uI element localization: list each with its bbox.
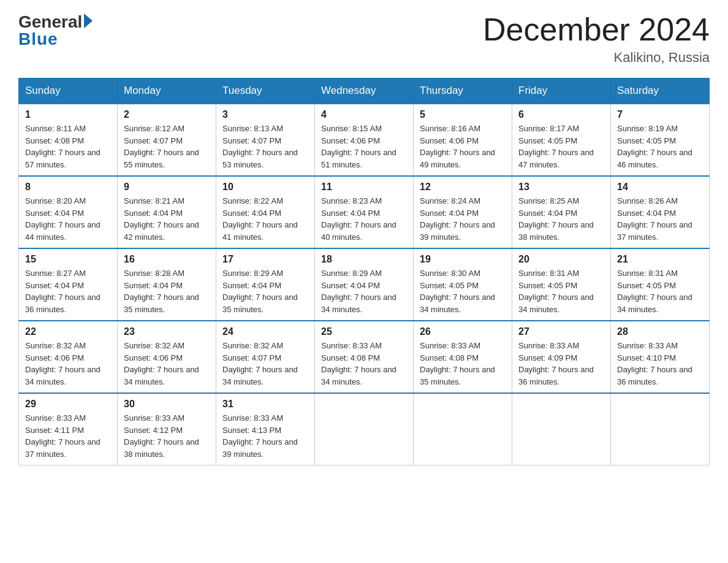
day-info: Sunrise: 8:24 AMSunset: 4:04 PMDaylight:…: [420, 195, 506, 243]
calendar-header-row: Sunday Monday Tuesday Wednesday Thursday…: [19, 79, 710, 104]
header-friday: Friday: [512, 79, 611, 104]
day-number: 29: [25, 399, 111, 410]
calendar-subtitle: Kalikino, Russia: [483, 50, 710, 66]
calendar-cell: 11 Sunrise: 8:23 AMSunset: 4:04 PMDaylig…: [315, 176, 414, 248]
calendar-cell: 31 Sunrise: 8:33 AMSunset: 4:13 PMDaylig…: [216, 393, 315, 465]
calendar-title: December 2024: [483, 12, 710, 47]
calendar-cell: 29 Sunrise: 8:33 AMSunset: 4:11 PMDaylig…: [19, 393, 118, 465]
calendar-row: 15 Sunrise: 8:27 AMSunset: 4:04 PMDaylig…: [19, 248, 710, 321]
calendar-cell: 26 Sunrise: 8:33 AMSunset: 4:08 PMDaylig…: [414, 321, 512, 393]
day-info: Sunrise: 8:16 AMSunset: 4:06 PMDaylight:…: [420, 123, 506, 170]
header-monday: Monday: [118, 79, 216, 104]
calendar-row: 1 Sunrise: 8:11 AMSunset: 4:08 PMDayligh…: [19, 104, 710, 176]
day-number: 2: [124, 109, 210, 120]
day-number: 31: [222, 399, 308, 410]
day-number: 26: [420, 326, 506, 337]
calendar-cell: 23 Sunrise: 8:32 AMSunset: 4:06 PMDaylig…: [118, 321, 216, 393]
day-number: 27: [518, 326, 604, 337]
day-info: Sunrise: 8:33 AMSunset: 4:12 PMDaylight:…: [124, 412, 210, 460]
day-number: 3: [222, 109, 308, 120]
day-info: Sunrise: 8:27 AMSunset: 4:04 PMDaylight:…: [25, 267, 111, 315]
day-number: 4: [321, 109, 407, 120]
day-number: 25: [321, 326, 407, 337]
calendar-cell: 20 Sunrise: 8:31 AMSunset: 4:05 PMDaylig…: [512, 248, 611, 321]
calendar-cell: 1 Sunrise: 8:11 AMSunset: 4:08 PMDayligh…: [19, 104, 118, 176]
header-tuesday: Tuesday: [216, 79, 315, 104]
day-info: Sunrise: 8:31 AMSunset: 4:05 PMDaylight:…: [518, 267, 604, 315]
calendar-cell: 6 Sunrise: 8:17 AMSunset: 4:05 PMDayligh…: [512, 104, 611, 176]
header-sunday: Sunday: [19, 79, 118, 104]
day-info: Sunrise: 8:33 AMSunset: 4:08 PMDaylight:…: [420, 340, 506, 388]
day-info: Sunrise: 8:12 AMSunset: 4:07 PMDaylight:…: [124, 123, 210, 170]
calendar-cell: [611, 393, 710, 465]
header-thursday: Thursday: [414, 79, 512, 104]
day-number: 17: [222, 254, 308, 265]
calendar-cell: 7 Sunrise: 8:19 AMSunset: 4:05 PMDayligh…: [611, 104, 710, 176]
calendar-row: 8 Sunrise: 8:20 AMSunset: 4:04 PMDayligh…: [19, 176, 710, 248]
calendar-cell: 22 Sunrise: 8:32 AMSunset: 4:06 PMDaylig…: [19, 321, 118, 393]
day-info: Sunrise: 8:19 AMSunset: 4:05 PMDaylight:…: [617, 123, 703, 170]
day-number: 12: [420, 182, 506, 193]
day-info: Sunrise: 8:25 AMSunset: 4:04 PMDaylight:…: [518, 195, 604, 243]
day-info: Sunrise: 8:17 AMSunset: 4:05 PMDaylight:…: [518, 123, 604, 170]
calendar-cell: 10 Sunrise: 8:22 AMSunset: 4:04 PMDaylig…: [216, 176, 315, 248]
day-info: Sunrise: 8:31 AMSunset: 4:05 PMDaylight:…: [617, 267, 703, 315]
header-wednesday: Wednesday: [315, 79, 414, 104]
day-info: Sunrise: 8:32 AMSunset: 4:07 PMDaylight:…: [222, 340, 308, 388]
day-number: 22: [25, 326, 111, 337]
day-info: Sunrise: 8:32 AMSunset: 4:06 PMDaylight:…: [25, 340, 111, 388]
day-info: Sunrise: 8:22 AMSunset: 4:04 PMDaylight:…: [222, 195, 308, 243]
day-info: Sunrise: 8:29 AMSunset: 4:04 PMDaylight:…: [321, 267, 407, 315]
logo: General Blue: [18, 12, 93, 49]
calendar-cell: 24 Sunrise: 8:32 AMSunset: 4:07 PMDaylig…: [216, 321, 315, 393]
calendar-cell: 27 Sunrise: 8:33 AMSunset: 4:09 PMDaylig…: [512, 321, 611, 393]
day-number: 9: [124, 182, 210, 193]
day-info: Sunrise: 8:30 AMSunset: 4:05 PMDaylight:…: [420, 267, 506, 315]
day-info: Sunrise: 8:33 AMSunset: 4:10 PMDaylight:…: [617, 340, 703, 388]
day-number: 28: [617, 326, 703, 337]
logo-triangle-icon: [84, 13, 93, 28]
header-saturday: Saturday: [611, 79, 710, 104]
day-number: 6: [518, 109, 604, 120]
day-info: Sunrise: 8:26 AMSunset: 4:04 PMDaylight:…: [617, 195, 703, 243]
day-info: Sunrise: 8:33 AMSunset: 4:11 PMDaylight:…: [25, 412, 111, 460]
logo-blue-text: Blue: [18, 29, 58, 49]
calendar-cell: 19 Sunrise: 8:30 AMSunset: 4:05 PMDaylig…: [414, 248, 512, 321]
calendar-cell: 18 Sunrise: 8:29 AMSunset: 4:04 PMDaylig…: [315, 248, 414, 321]
day-info: Sunrise: 8:33 AMSunset: 4:09 PMDaylight:…: [518, 340, 604, 388]
day-info: Sunrise: 8:33 AMSunset: 4:08 PMDaylight:…: [321, 340, 407, 388]
calendar-table: Sunday Monday Tuesday Wednesday Thursday…: [18, 78, 710, 465]
day-info: Sunrise: 8:13 AMSunset: 4:07 PMDaylight:…: [222, 123, 308, 170]
day-number: 15: [25, 254, 111, 265]
calendar-cell: [512, 393, 611, 465]
calendar-row: 22 Sunrise: 8:32 AMSunset: 4:06 PMDaylig…: [19, 321, 710, 393]
day-number: 14: [617, 182, 703, 193]
day-info: Sunrise: 8:20 AMSunset: 4:04 PMDaylight:…: [25, 195, 111, 243]
day-number: 11: [321, 182, 407, 193]
day-number: 20: [518, 254, 604, 265]
calendar-cell: 16 Sunrise: 8:28 AMSunset: 4:04 PMDaylig…: [118, 248, 216, 321]
calendar-cell: 2 Sunrise: 8:12 AMSunset: 4:07 PMDayligh…: [118, 104, 216, 176]
day-number: 5: [420, 109, 506, 120]
day-info: Sunrise: 8:11 AMSunset: 4:08 PMDaylight:…: [25, 123, 111, 170]
day-number: 30: [124, 399, 210, 410]
day-info: Sunrise: 8:29 AMSunset: 4:04 PMDaylight:…: [222, 267, 308, 315]
calendar-cell: 30 Sunrise: 8:33 AMSunset: 4:12 PMDaylig…: [118, 393, 216, 465]
calendar-cell: 21 Sunrise: 8:31 AMSunset: 4:05 PMDaylig…: [611, 248, 710, 321]
calendar-cell: 9 Sunrise: 8:21 AMSunset: 4:04 PMDayligh…: [118, 176, 216, 248]
calendar-cell: [315, 393, 414, 465]
day-number: 18: [321, 254, 407, 265]
day-number: 19: [420, 254, 506, 265]
day-info: Sunrise: 8:23 AMSunset: 4:04 PMDaylight:…: [321, 195, 407, 243]
calendar-cell: [414, 393, 512, 465]
day-number: 21: [617, 254, 703, 265]
day-info: Sunrise: 8:32 AMSunset: 4:06 PMDaylight:…: [124, 340, 210, 388]
day-info: Sunrise: 8:33 AMSunset: 4:13 PMDaylight:…: [222, 412, 308, 460]
day-number: 10: [222, 182, 308, 193]
calendar-row: 29 Sunrise: 8:33 AMSunset: 4:11 PMDaylig…: [19, 393, 710, 465]
calendar-cell: 13 Sunrise: 8:25 AMSunset: 4:04 PMDaylig…: [512, 176, 611, 248]
calendar-cell: 8 Sunrise: 8:20 AMSunset: 4:04 PMDayligh…: [19, 176, 118, 248]
day-number: 8: [25, 182, 111, 193]
page-header: General Blue December 2024 Kalikino, Rus…: [18, 12, 710, 66]
calendar-cell: 4 Sunrise: 8:15 AMSunset: 4:06 PMDayligh…: [315, 104, 414, 176]
